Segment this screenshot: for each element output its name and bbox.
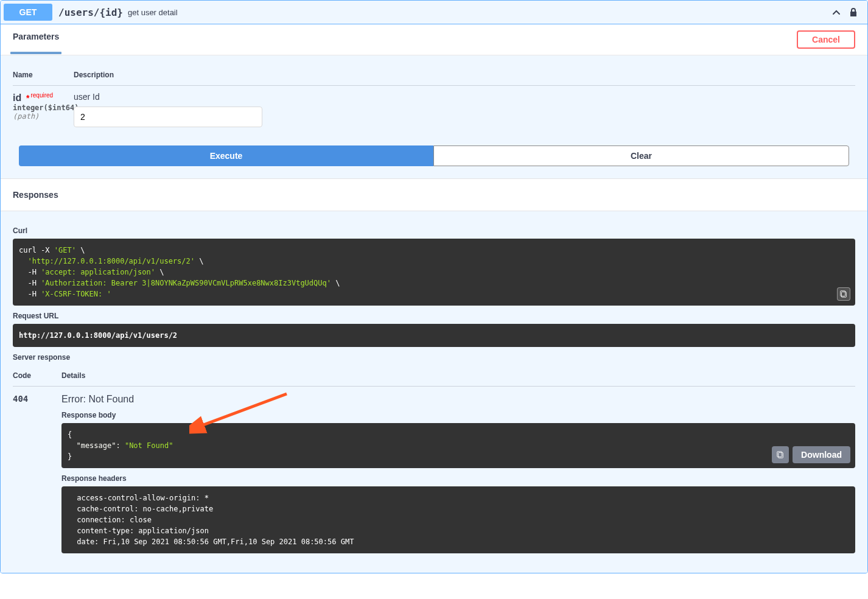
header-details: Details (61, 371, 855, 380)
responses-title: Responses (13, 190, 58, 200)
param-id-input[interactable] (74, 107, 262, 127)
endpoint-summary: get user detail (128, 8, 178, 17)
required-label: required (29, 92, 53, 99)
curl-block: curl -X 'GET' \ 'http://127.0.0.1:8000/a… (13, 239, 855, 306)
response-body-label: Response body (61, 411, 855, 419)
responses-body: Curl curl -X 'GET' \ 'http://127.0.0.1:8… (1, 211, 867, 573)
copy-curl-button[interactable] (837, 287, 850, 301)
request-url-block: http://127.0.0.1:8000/api/v1/users/2 (13, 324, 855, 347)
download-button[interactable]: Download (793, 446, 850, 463)
server-response-label: Server response (13, 353, 855, 362)
param-header-description: Description (74, 71, 855, 79)
clear-button[interactable]: Clear (433, 145, 849, 166)
endpoint-path: /users/{id} (58, 7, 123, 18)
cancel-button[interactable]: Cancel (797, 30, 855, 49)
response-row: 404 Error: Not Found Response body { "me… (13, 387, 855, 561)
parameters-section-bar: Parameters Cancel (1, 24, 867, 55)
operation-header[interactable]: GET /users/{id} get user detail (1, 1, 867, 24)
chevron-up-icon[interactable] (830, 6, 842, 18)
request-url-label: Request URL (13, 312, 855, 320)
response-headers-label: Response headers (61, 474, 855, 483)
status-code: 404 (13, 394, 61, 404)
param-type: integer($int64) (13, 103, 74, 112)
parameters-body: Name Description id *required integer($i… (1, 55, 867, 178)
lock-icon[interactable] (849, 7, 858, 17)
response-body-block: { "message": "Not Found" }Download (61, 423, 855, 468)
parameters-tab[interactable]: Parameters (13, 32, 59, 47)
param-header-name: Name (13, 71, 74, 79)
header-code: Code (13, 371, 61, 380)
operation-block: GET /users/{id} get user detail Paramete… (0, 0, 868, 573)
responses-section-bar: Responses (1, 178, 867, 211)
curl-label: Curl (13, 226, 855, 235)
execute-button[interactable]: Execute (19, 145, 433, 166)
response-headers-block: access-control-allow-origin: * cache-con… (61, 486, 855, 553)
param-in: (path) (13, 112, 74, 121)
error-title: Error: Not Found (61, 394, 855, 405)
param-name: id (13, 93, 21, 103)
http-method-badge: GET (4, 4, 52, 21)
copy-body-button[interactable] (772, 446, 789, 463)
param-description: user Id (74, 92, 855, 102)
param-row: id *required integer($int64) (path) user… (13, 86, 855, 133)
